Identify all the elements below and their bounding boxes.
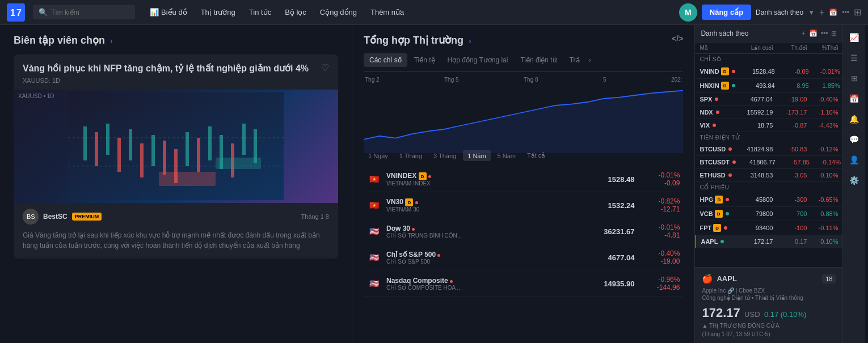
upgrade-button[interactable]: Nâng cấp [702, 5, 751, 20]
more-icon[interactable]: ••• [842, 9, 849, 16]
watchlist-item[interactable]: ETHUSD 3148.53 -3.05 -0.10% [695, 169, 842, 182]
wl-item-pct-1: 1.85% [809, 82, 840, 89]
tabs-next-icon[interactable]: › [589, 56, 591, 64]
nav-item-filter[interactable]: Bộ lọc [279, 5, 312, 20]
watchlist-dropdown-icon[interactable]: ▼ [808, 9, 815, 16]
side-icon-messages[interactable]: 💬 [845, 130, 863, 149]
avatar[interactable]: M [679, 3, 697, 22]
nav-item-market[interactable]: Thị trường [195, 5, 241, 20]
side-icon-calendar[interactable]: 📅 [845, 90, 863, 108]
article-chart-image[interactable]: XAUUSD • 1D [14, 90, 338, 203]
col-header-change: Th.đổi [773, 45, 807, 51]
side-icon-watchlist[interactable]: ☰ [845, 49, 863, 67]
watchlist-add-icon[interactable]: + [802, 29, 806, 37]
market-row[interactable]: 🇻🇳 VNINDEX D VIETNAM INDEX 1528.48 -0.01… [364, 167, 683, 192]
aapl-card: 🍎 AAPL 18 Apple Inc 🔗 | Cboe BZX Công ng… [695, 267, 842, 343]
market-flag-2: 🇺🇸 [367, 225, 381, 238]
wl-item-pct-2: -0.40% [807, 96, 838, 103]
article-date: Tháng 1 8 [301, 213, 329, 220]
watchlist-item[interactable]: FPTD 93400 -100 -0.11% [695, 221, 842, 235]
editors-pick-title[interactable]: Vàng hồi phục khi NFP tăng chậm, tỷ lệ t… [14, 34, 338, 46]
logo[interactable]: 1 7 [7, 3, 25, 22]
wl-item-pct-4: -4.43% [807, 122, 838, 129]
svg-text:BS: BS [27, 213, 35, 220]
watchlist-item[interactable]: BTCUSD 41824.98 -50.83 -0.12% [695, 143, 842, 156]
watchlist-item[interactable]: SPX 4677.04 -19.00 -0.40% [695, 93, 842, 106]
nav-item-community[interactable]: Cộng đồng [314, 5, 363, 20]
layout-icon[interactable]: ⊞ [854, 7, 861, 18]
tab-currency[interactable]: Tiền tệ [408, 53, 441, 67]
watchlist-more-icon[interactable]: ••• [821, 29, 828, 37]
market-row[interactable]: 🇺🇸 Chỉ số S&P 500 CHỈ SỐ S&P 500 4677.04… [364, 245, 683, 270]
side-icon-settings[interactable]: ⚙️ [845, 171, 863, 189]
watchlist-item[interactable]: HPGD 45800 -300 -0.65% [695, 193, 842, 207]
market-info-2: Dow 30 CHỈ SỐ TRUNG BÌNH CÔN... [386, 225, 583, 239]
calendar-icon[interactable]: 📅 [829, 9, 837, 16]
nav-item-chart[interactable]: 📊 Biểu đồ [144, 5, 193, 20]
watchlist-item[interactable]: BTCUSDT 41806.77 -57.85 -0.14% [695, 156, 842, 169]
market-flag-1: 🇻🇳 [367, 198, 381, 212]
chart-label-4: 202: [671, 77, 682, 83]
side-icon-chart[interactable]: 📈 [845, 28, 863, 46]
watchlist-item[interactable]: NDX 15592.19 -173.17 -1.10% [695, 106, 842, 119]
left-panel: Vàng hồi phục khi NFP tăng chậm, tỷ lệ t… [0, 25, 352, 343]
tab-crypto[interactable]: Tiền điện tử [515, 53, 562, 67]
side-icon-alerts[interactable]: 🔔 [845, 110, 863, 128]
market-info-3: Chỉ số S&P 500 CHỈ SỐ S&P 500 [386, 251, 583, 265]
wl-item-change-6: -57.85 [776, 159, 810, 166]
article-symbol: XAUUSD. 1D [23, 77, 309, 84]
search-box[interactable]: 🔍 [33, 5, 135, 19]
market-change-3: -0.40% -19.00 [640, 249, 680, 265]
market-change-4: -0.96% -144.96 [640, 276, 680, 291]
watchlist-item[interactable]: VIX 18.75 -0.87 -4.43% [695, 119, 842, 132]
nav-item-news[interactable]: Tin tức [243, 5, 277, 20]
svg-rect-0 [7, 3, 25, 22]
author-avatar: BS [23, 209, 39, 225]
tab-indices[interactable]: Các chỉ số [364, 53, 407, 67]
side-icon-screener[interactable]: ⊞ [845, 69, 863, 87]
wl-item-change-9: 700 [773, 210, 807, 217]
market-subname-2: CHỈ SỐ TRUNG BÌNH CÔN... [386, 232, 583, 239]
market-name-1: VN30 D [386, 198, 583, 207]
chart-symbol-label: XAUUSD • 1D [18, 93, 54, 99]
chart-label-0: Thg 2 [365, 77, 380, 83]
watchlist-calendar-icon[interactable]: 📅 [809, 29, 818, 37]
market-name-4: Nasdaq Composite [386, 277, 583, 285]
watchlist-item[interactable]: HNXIND 493.84 8.95 1.85% [695, 79, 842, 93]
wl-item-change-7: -3.05 [773, 172, 807, 179]
watchlist-title-nav: Danh sách theo [756, 9, 803, 16]
svg-text:1: 1 [10, 8, 15, 18]
tab-more[interactable]: Trả [564, 53, 585, 67]
wl-item-name-3: NDX [700, 109, 733, 116]
nav-items: 📊 Biểu đồ Thị trường Tin tức Bộ lọc Cộng… [144, 5, 676, 20]
wl-item-price-11: 172.17 [733, 238, 773, 245]
watchlist-layout-icon[interactable]: ⊞ [831, 29, 837, 37]
market-subname-4: CHỈ SỐ COMPOSITE HOA ... [386, 285, 583, 291]
aapl-change: 0.17 (0.10%) [764, 310, 806, 319]
market-row[interactable]: 🇻🇳 VN30 D VIETNAM 30 1532.24 -0.82% -12.… [364, 193, 683, 218]
market-row[interactable]: 🇺🇸 Nasdaq Composite CHỈ SỐ COMPOSITE HOA… [364, 271, 683, 297]
center-panel: Tổng hợp Thị trường › </> Các chỉ số Tiề… [352, 25, 695, 343]
wl-item-price-10: 93400 [733, 225, 773, 231]
watchlist-item[interactable]: VCBD 79800 700 0.88% [695, 207, 842, 221]
market-row[interactable]: 🇺🇸 Dow 30 CHỈ SỐ TRUNG BÌNH CÔN... 36231… [364, 219, 683, 244]
embed-icon[interactable]: </> [672, 34, 683, 43]
tab-futures[interactable]: Hợp đồng Tương lai [442, 53, 514, 67]
nav-item-more[interactable]: Thêm nữa [365, 5, 410, 20]
wl-item-change-1: 8.95 [775, 82, 809, 89]
watchlist-item[interactable]: AAPL 172.17 0.17 0.10% [695, 235, 842, 248]
market-section-title[interactable]: Tổng hợp Thị trường › </> [364, 34, 683, 46]
search-input[interactable] [51, 9, 125, 16]
add-watchlist-icon[interactable]: + [819, 7, 824, 18]
search-icon: 🔍 [39, 8, 48, 16]
wl-item-pct-5: -0.12% [807, 146, 838, 153]
wl-item-change-4: -0.87 [773, 122, 807, 129]
side-icon-person[interactable]: 👤 [845, 151, 863, 169]
chart-label-3: 5 [603, 77, 606, 83]
like-icon[interactable]: ♡ [321, 62, 329, 73]
watchlist-header: Danh sách theo + 📅 ••• ⊞ [695, 25, 842, 43]
watchlist-item[interactable]: VNINDD 1528.48 -0.09 -0.01% [695, 65, 842, 79]
main-content: Vàng hồi phục khi NFP tăng chậm, tỷ lệ t… [0, 25, 868, 343]
wl-item-pct-9: 0.88% [807, 210, 838, 217]
wl-item-price-9: 79800 [733, 210, 773, 217]
